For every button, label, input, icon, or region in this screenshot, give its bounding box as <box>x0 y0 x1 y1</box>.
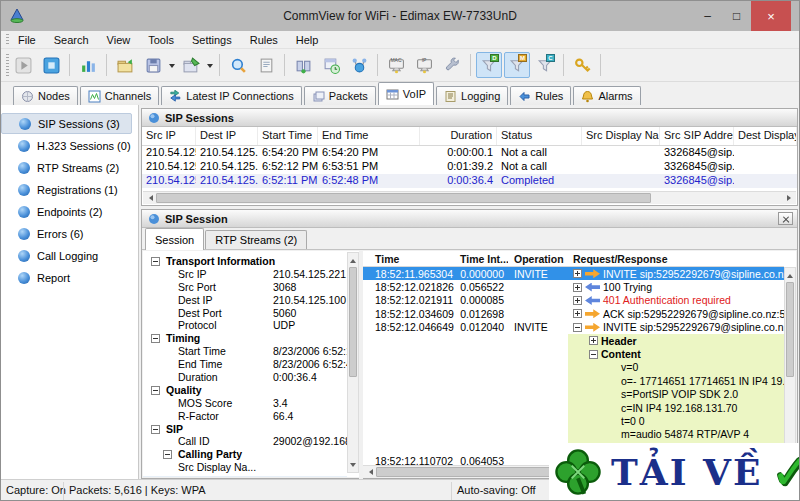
tab-rules[interactable]: Rules <box>510 86 571 105</box>
tree-group[interactable]: Calling Party <box>143 448 347 461</box>
message-row[interactable]: 18:52:12.0346090.012698ACK sip:529522926… <box>363 307 784 320</box>
tab-channels[interactable]: Channels <box>80 86 159 105</box>
statistics-button[interactable] <box>75 52 101 78</box>
collapse-icon[interactable] <box>163 450 172 459</box>
tree-item[interactable]: Dest IP210.54.125.100 <box>143 294 347 307</box>
collapse-icon[interactable] <box>151 425 160 434</box>
tab-rtp-streams[interactable]: RTP Streams (2) <box>205 230 307 249</box>
col-operation[interactable]: Operation <box>508 251 568 266</box>
menu-help[interactable]: Help <box>287 34 328 46</box>
sidebar-item-call-logging[interactable]: Call Logging <box>1 245 132 266</box>
open-logs-button[interactable] <box>112 52 138 78</box>
expand-icon[interactable] <box>573 283 582 292</box>
scroll-left-button[interactable] <box>363 467 375 477</box>
tree-item[interactable]: End Time8/23/2006 6:52:4... <box>143 358 347 371</box>
tree-item[interactable]: Start Time8/23/2006 6:52:1... <box>143 345 347 358</box>
tree-group[interactable]: Quality <box>143 384 347 397</box>
col-request-response[interactable]: Request/Response <box>568 251 784 266</box>
sidebar-item-rtp-streams[interactable]: RTP Streams (2) <box>1 157 132 178</box>
collapse-icon[interactable] <box>589 350 598 359</box>
log-viewer-button[interactable] <box>253 52 279 78</box>
control-packet-filter-button[interactable]: C <box>532 52 558 78</box>
menu-view[interactable]: View <box>98 34 140 46</box>
menu-settings[interactable]: Settings <box>183 34 241 46</box>
tree-group[interactable]: SIP <box>143 423 347 436</box>
clear-dropdown[interactable] <box>205 52 215 78</box>
tab-session[interactable]: Session <box>145 228 204 250</box>
col-dest-ip[interactable]: Dest IP <box>196 127 258 145</box>
save-dropdown[interactable] <box>167 52 177 78</box>
tab-nodes[interactable]: Nodes <box>13 86 78 105</box>
stop-capture-button[interactable] <box>38 52 64 78</box>
col-end-time[interactable]: End Time <box>318 127 420 145</box>
tree-item[interactable]: Dest Port5060 <box>143 307 347 320</box>
message-row[interactable]: 18:52:12.0219110.000085401 Authenticatio… <box>363 294 784 307</box>
scroll-right-button[interactable] <box>784 193 796 203</box>
management-packet-filter-button[interactable]: M <box>504 52 530 78</box>
scroll-down-button[interactable] <box>348 461 358 471</box>
clear-button[interactable] <box>178 52 204 78</box>
message-row[interactable]: 18:52:12.0466490.012040INVITEINVITE sip:… <box>363 321 784 334</box>
tree-vertical-scrollbar[interactable] <box>347 252 359 473</box>
menu-tools[interactable]: Tools <box>139 34 183 46</box>
col-status[interactable]: Status <box>497 127 582 145</box>
menu-file[interactable]: File <box>9 34 45 46</box>
col-time[interactable]: Time <box>363 251 458 266</box>
tree-horizontal-scrollbar[interactable] <box>143 476 347 477</box>
maximize-button[interactable]: □ <box>722 1 751 31</box>
scroll-up-button[interactable] <box>348 254 358 264</box>
find-button[interactable] <box>225 52 251 78</box>
message-vertical-scrollbar[interactable] <box>784 267 796 469</box>
scheduler-button[interactable] <box>318 52 344 78</box>
expand-icon[interactable] <box>573 296 582 305</box>
tree-item[interactable]: MOS Score3.4 <box>143 397 347 410</box>
tree-group[interactable]: Transport Information <box>143 255 347 268</box>
collapse-icon[interactable] <box>151 257 160 266</box>
expand-icon[interactable] <box>589 336 598 345</box>
sidebar-item-registrations[interactable]: Registrations (1) <box>1 179 132 200</box>
sidebar-item-h323-sessions[interactable]: H.323 Sessions (0) <box>1 135 132 156</box>
session-row[interactable]: 210.54.125.221210.54.125.1006:52:12 PM6:… <box>142 160 797 174</box>
expand-icon[interactable] <box>573 269 582 278</box>
menu-search[interactable]: Search <box>45 34 98 46</box>
expand-icon[interactable] <box>573 309 582 318</box>
packet-generator-button[interactable] <box>346 52 372 78</box>
tree-item[interactable]: ProtocolUDP <box>143 319 347 332</box>
sidebar-item-sip-sessions[interactable]: SIP Sessions (3) <box>1 113 132 134</box>
options-button[interactable] <box>439 52 465 78</box>
scroll-thumb[interactable] <box>349 267 357 377</box>
tree-group[interactable]: Timing <box>143 332 347 345</box>
scroll-thumb[interactable] <box>786 282 794 377</box>
tree-item[interactable]: Src IP210.54.125.221 <box>143 268 347 281</box>
tab-voip[interactable]: VoIP <box>378 82 434 105</box>
tree-item[interactable]: Src Display Na... <box>143 461 347 474</box>
col-dest-display[interactable]: Dest Display <box>734 127 797 145</box>
tab-alarms[interactable]: Alarms <box>573 86 640 105</box>
tree-item[interactable]: Call ID29002@192.168.... <box>143 435 347 448</box>
data-packet-filter-button[interactable]: D <box>476 52 502 78</box>
collapse-icon[interactable] <box>151 334 160 343</box>
panel-close-icon[interactable] <box>778 212 793 225</box>
scroll-up-button[interactable] <box>785 269 795 279</box>
message-row[interactable]: 18:52:12.0218260.056522100 Trying <box>363 280 784 293</box>
menu-rules[interactable]: Rules <box>241 34 287 46</box>
sessions-horizontal-scrollbar[interactable] <box>143 191 796 204</box>
minimize-button[interactable]: – <box>693 1 722 31</box>
tab-logging[interactable]: Logging <box>436 86 508 105</box>
scroll-thumb[interactable] <box>156 193 651 203</box>
tab-latest-ip-connections[interactable]: Latest IP Connections <box>161 86 301 105</box>
scroll-left-button[interactable] <box>143 193 155 203</box>
tree-item[interactable]: Src Port3068 <box>143 281 347 294</box>
tree-item[interactable]: Duration0:00:36.4 <box>143 371 347 384</box>
collapse-icon[interactable] <box>573 323 582 332</box>
tree-item[interactable]: R-Factor66.4 <box>143 410 347 423</box>
col-time-interval[interactable]: Time Int... <box>458 251 508 266</box>
message-row[interactable]: Header <box>363 334 784 347</box>
toolbar-grip[interactable] <box>6 54 9 76</box>
session-row-selected[interactable]: 210.54.125.221210.54.125.1006:52:11 PM6:… <box>142 174 797 188</box>
ip-aliases-button[interactable]: IP <box>411 52 437 78</box>
collapse-icon[interactable] <box>151 386 160 395</box>
sidebar-item-errors[interactable]: Errors (6) <box>1 223 132 244</box>
col-src-display[interactable]: Src Display Na... <box>582 127 660 145</box>
message-row[interactable]: Content <box>363 347 784 360</box>
